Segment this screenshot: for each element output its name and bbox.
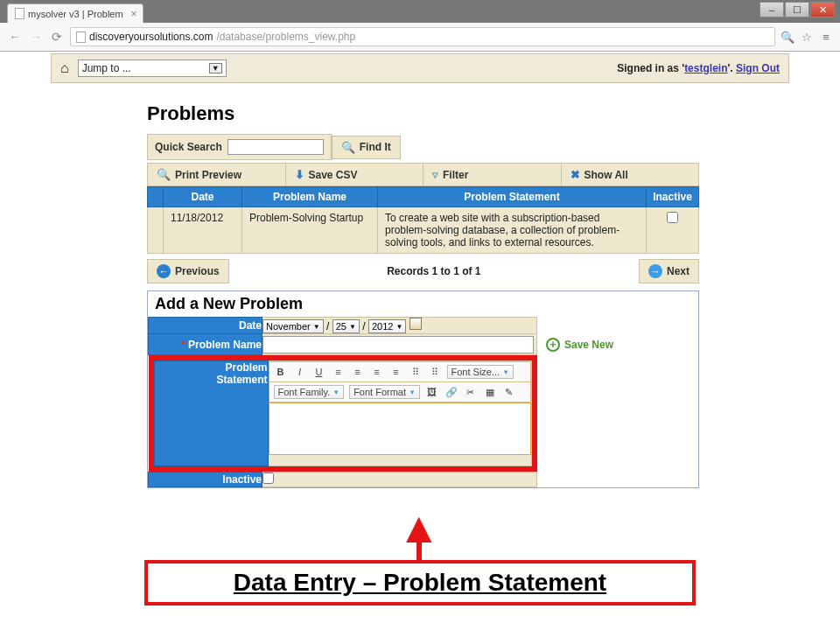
- month-select[interactable]: November▼: [262, 319, 324, 333]
- form-inactive-checkbox[interactable]: [262, 472, 274, 484]
- highlight-box: Problem Statement B I U ≡ ≡ ≡: [149, 355, 537, 472]
- app-navbar: ⌂ Jump to ... ▼ Signed in as 'testglein'…: [51, 53, 789, 83]
- chevron-down-icon: ▼: [209, 63, 222, 74]
- source-icon[interactable]: ✎: [502, 385, 516, 399]
- clear-icon: ✖: [570, 168, 580, 181]
- cell-name: Problem-Solving Startup: [242, 207, 378, 254]
- url-input[interactable]: discoveryoursolutions.com/database/probl…: [70, 27, 775, 46]
- value-problem-name: [262, 334, 537, 355]
- font-format-select[interactable]: Font Format▼: [349, 385, 420, 399]
- home-icon[interactable]: ⌂: [60, 60, 69, 76]
- cell-blank: [148, 207, 164, 254]
- header-inactive[interactable]: Inactive: [647, 187, 699, 207]
- cell-inactive: [647, 207, 699, 254]
- save-new-label: Save New: [564, 339, 613, 351]
- url-host: discoveryoursolutions.com: [89, 31, 213, 43]
- url-path: /database/problems_view.php: [216, 31, 355, 43]
- header-date[interactable]: Date: [164, 187, 242, 207]
- header-name[interactable]: Problem Name: [242, 187, 378, 207]
- problem-name-input[interactable]: [262, 336, 534, 354]
- browser-chrome: mysolver v3 | Problem × – ☐ ✕ ← → ⟳ disc…: [0, 0, 840, 52]
- next-label: Next: [667, 265, 690, 277]
- menu-icon[interactable]: ≡: [819, 31, 833, 44]
- form-table: Date November▼ / 25▼ / 2012▼ * Problem N…: [148, 317, 623, 487]
- day-select[interactable]: 25▼: [332, 319, 360, 333]
- page-icon: [15, 8, 24, 19]
- browser-tab[interactable]: mysolver v3 | Problem ×: [7, 4, 144, 23]
- unordered-list-icon[interactable]: ⠿: [428, 365, 442, 379]
- table-icon[interactable]: ▦: [483, 385, 497, 399]
- align-left-icon[interactable]: ≡: [332, 365, 346, 379]
- annotation-caption-box: Data Entry – Problem Statement: [144, 560, 696, 606]
- cell-date: 11/18/2012: [164, 207, 242, 254]
- font-family-select[interactable]: Font Family.▼: [274, 385, 345, 399]
- unlink-icon[interactable]: ✂: [464, 385, 478, 399]
- value-problem-statement: B I U ≡ ≡ ≡ ≡ ⠿ ⠿ Fo: [268, 361, 531, 466]
- jump-to-select[interactable]: Jump to ... ▼: [78, 60, 227, 77]
- annotation-arrow: ▲: [397, 514, 441, 563]
- save-csv-button[interactable]: ⬇ Save CSV: [286, 163, 424, 186]
- maximize-button[interactable]: ☐: [785, 2, 809, 18]
- records-label: Records 1 to 1 of 1: [387, 265, 480, 277]
- sign-out-link[interactable]: Sign Out: [736, 62, 780, 74]
- tab-close-icon[interactable]: ×: [131, 8, 137, 20]
- funnel-icon: ▿: [432, 168, 438, 181]
- show-all-label: Show All: [584, 169, 628, 181]
- paging-row: ← Previous Records 1 to 1 of 1 → Next: [147, 259, 699, 284]
- site-icon: [76, 32, 86, 43]
- find-it-label: Find It: [360, 141, 391, 153]
- editor-toolbar-1: B I U ≡ ≡ ≡ ≡ ⠿ ⠿ Fo: [269, 361, 531, 382]
- close-window-button[interactable]: ✕: [810, 2, 835, 18]
- header-statement[interactable]: Problem Statement: [378, 187, 647, 207]
- next-button[interactable]: → Next: [639, 259, 699, 284]
- calendar-icon[interactable]: [410, 318, 422, 330]
- window-controls: – ☐ ✕: [760, 2, 835, 18]
- value-date: November▼ / 25▼ / 2012▼: [262, 318, 537, 334]
- label-problem-name: * Problem Name: [149, 334, 262, 355]
- link-icon[interactable]: 🔗: [444, 385, 458, 399]
- font-size-select[interactable]: Font Size...▼: [447, 365, 514, 379]
- italic-icon[interactable]: I: [293, 365, 307, 379]
- inactive-checkbox[interactable]: [667, 212, 678, 223]
- align-center-icon[interactable]: ≡: [351, 365, 365, 379]
- show-all-button[interactable]: ✖ Show All: [562, 163, 700, 186]
- print-preview-button[interactable]: 🔍 Print Preview: [147, 163, 286, 186]
- toolbar: 🔍 Print Preview ⬇ Save CSV ▿ Filter ✖ Sh…: [147, 163, 699, 186]
- arrow-right-icon: →: [648, 264, 662, 278]
- quick-search-cell: Quick Search: [147, 134, 332, 160]
- address-bar: ← → ⟳ discoveryoursolutions.com/database…: [0, 23, 840, 51]
- label-inactive: Inactive: [149, 472, 262, 487]
- problem-statement-editor[interactable]: [269, 402, 531, 455]
- signed-in-text: Signed in as 'testglein'. Sign Out: [617, 62, 780, 74]
- ordered-list-icon[interactable]: ⠿: [409, 365, 423, 379]
- quick-search-input[interactable]: [228, 139, 324, 155]
- filter-label: Filter: [443, 169, 468, 181]
- reload-button[interactable]: ⟳: [49, 30, 65, 44]
- minimize-button[interactable]: –: [760, 2, 784, 18]
- table-row[interactable]: 11/18/2012 Problem-Solving Startup To cr…: [148, 207, 699, 254]
- find-it-button[interactable]: 🔍 Find It: [332, 136, 401, 159]
- back-button[interactable]: ←: [7, 30, 23, 44]
- editor-toolbar-2: Font Family.▼ Font Format▼ 🖼 🔗 ✂ ▦ ✎: [269, 382, 531, 402]
- year-select[interactable]: 2012▼: [368, 319, 406, 333]
- add-heading: Add a New Problem: [148, 291, 698, 317]
- bold-icon[interactable]: B: [274, 365, 288, 379]
- previous-button[interactable]: ← Previous: [147, 259, 229, 284]
- align-right-icon[interactable]: ≡: [370, 365, 384, 379]
- align-justify-icon[interactable]: ≡: [389, 365, 403, 379]
- underline-icon[interactable]: U: [312, 365, 326, 379]
- search-icon: 🔍: [157, 168, 171, 181]
- label-problem-statement: Problem Statement: [154, 361, 268, 466]
- print-preview-label: Print Preview: [175, 169, 242, 181]
- zoom-icon[interactable]: 🔍: [780, 31, 794, 44]
- cell-statement: To create a web site with a subscription…: [378, 207, 647, 254]
- forward-button[interactable]: →: [28, 30, 44, 44]
- bookmark-icon[interactable]: ☆: [800, 31, 814, 44]
- header-blank: [148, 187, 164, 207]
- plus-icon: +: [546, 338, 560, 352]
- image-icon[interactable]: 🖼: [425, 385, 439, 399]
- tab-title: mysolver v3 | Problem: [28, 9, 123, 19]
- save-new-button[interactable]: + Save New: [546, 338, 613, 352]
- filter-button[interactable]: ▿ Filter: [424, 163, 562, 186]
- username-link[interactable]: testglein: [684, 62, 727, 74]
